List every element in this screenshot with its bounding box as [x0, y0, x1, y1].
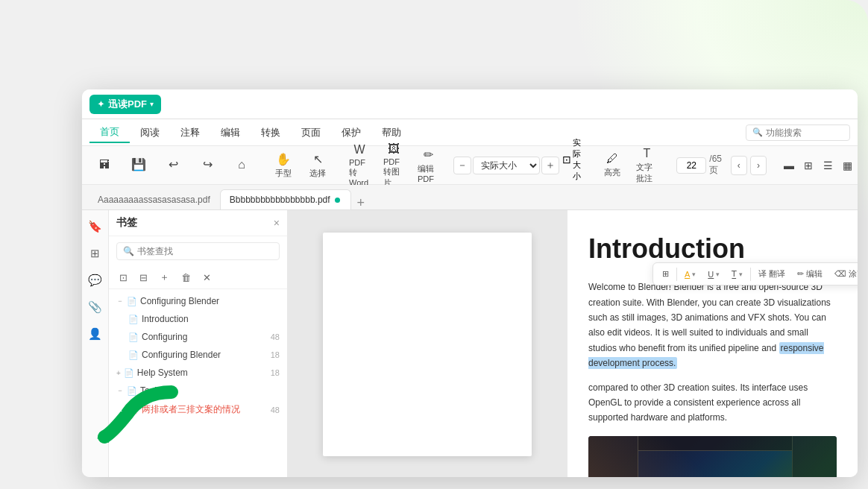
bookmark-close-btn[interactable]: × — [274, 217, 280, 229]
app-logo[interactable]: ✦ 迅读PDF ▾ — [89, 95, 161, 114]
ft-strikethrough-btn[interactable]: U ▾ — [703, 268, 724, 281]
text-note-icon: T — [643, 147, 650, 160]
ft-translate-btn[interactable]: 译 翻译 — [754, 266, 790, 282]
bm-icon-tooltips: 📄 — [127, 386, 137, 396]
tab-2[interactable]: Bbbbbbbbbbbbbbbbb.pdf — [220, 189, 351, 209]
menu-item-convert[interactable]: 转换 — [251, 123, 291, 142]
menu-item-edit[interactable]: 编辑 — [210, 123, 251, 142]
bookmark-item-introduction[interactable]: 📄 Introduction — [109, 310, 287, 328]
bookmark-tool-collapse[interactable]: ⊟ — [136, 271, 151, 285]
menu-item-protect[interactable]: 保护 — [331, 123, 371, 142]
toolbar-btn-two-page[interactable]: ⊞ — [799, 157, 817, 174]
pdf-img-icon: 🖼 — [388, 142, 400, 156]
toolbar-btn-hand[interactable]: ✋ 手型 — [267, 149, 300, 182]
bm-label-help-system: Help System — [137, 367, 265, 378]
toolbar-btn-text-note[interactable]: T 文字批注 — [630, 144, 663, 187]
ft-erase-btn[interactable]: ⌫ 涂改液 — [830, 266, 858, 282]
bm-toggle-tooltips: － — [116, 385, 124, 396]
bm-label-configuring-blender: Configuring Blender — [140, 296, 280, 306]
ft-align-label: T̲ — [732, 269, 737, 279]
fit-size-label: 实际大小 — [573, 137, 585, 182]
floating-toolbar: ⊞ A ▾ U ▾ T̲ ▾ 译 翻译 ✏ 编辑 ⌫ 涂改液 — [652, 262, 858, 285]
two-page-icon: ⊞ — [804, 160, 813, 171]
ft-underline-arrow: ▾ — [692, 271, 696, 278]
toolbar-btn-pdf-word[interactable]: W PDF转Word — [343, 140, 376, 190]
toolbar-btn-edit-pdf[interactable]: ✏ 编辑PDF — [412, 145, 444, 186]
menu-item-read[interactable]: 阅读 — [130, 123, 170, 142]
sidebar-icon-person[interactable]: 👤 — [85, 324, 106, 344]
ft-divider-2 — [750, 268, 751, 281]
app-window: ✦ 迅读PDF ▾ 首页 阅读 注释 编辑 转换 页面 保护 帮助 🔍 🖬 💾 … — [82, 89, 858, 477]
bookmark-tool-delete[interactable]: 🗑 — [178, 271, 194, 285]
zoom-select[interactable]: 实际大小 适合页面 适合宽度 50% 75% 100% 150% 200% — [473, 157, 540, 174]
toolbar-btn-layout2[interactable]: ▦ — [838, 157, 856, 174]
sidebar-icon-bookmark[interactable]: 🔖 — [85, 216, 106, 237]
ft-erase-label: ⌫ 涂改液 — [834, 268, 858, 280]
bookmark-item-configuring-blender-sub[interactable]: 📄 Configuring Blender 18 — [109, 346, 287, 364]
bookmark-item-two-rows[interactable]: 🔖 两排或者三排文案的情况 48 — [109, 400, 287, 420]
bookmark-item-configuring-sub[interactable]: 📄 Configuring 48 — [109, 328, 287, 346]
hand-icon: ✋ — [276, 152, 291, 166]
blender-ui-panel-top — [638, 436, 792, 451]
toolbar-btn-undo[interactable]: ↩ — [157, 154, 189, 176]
redo-icon: ↪ — [203, 157, 213, 171]
ft-edit-btn[interactable]: ✏ 编辑 — [793, 266, 827, 282]
ft-edit-label: ✏ 编辑 — [797, 268, 823, 280]
menu-search-input[interactable] — [766, 127, 843, 138]
bookmark-item-tooltips[interactable]: － 📄 Tooltips — [109, 382, 287, 400]
zoom-in-btn[interactable]: ＋ — [541, 157, 559, 174]
home-icon: ⌂ — [238, 158, 245, 171]
tab-1[interactable]: Aaaaaaaaassasasasasa.pdf — [88, 189, 220, 209]
bookmark-item-help-system[interactable]: + 📄 Help System 18 — [109, 364, 287, 382]
tab-1-label: Aaaaaaaaassasasasasa.pdf — [98, 195, 210, 205]
zoom-controls: － 实际大小 适合页面 适合宽度 50% 75% 100% 150% 200% … — [453, 157, 559, 174]
menu-item-annotate[interactable]: 注释 — [170, 123, 210, 142]
page-current-input[interactable] — [676, 157, 706, 174]
zoom-out-btn[interactable]: － — [453, 157, 471, 174]
bm-page-help-system: 18 — [265, 368, 280, 377]
bm-icon-configuring-blender-sub: 📄 — [128, 350, 139, 360]
menu-item-page[interactable]: 页面 — [291, 123, 331, 142]
pdf-content-title: Introduction — [588, 233, 837, 265]
toolbar-btn-save2[interactable]: 💾 — [122, 154, 155, 176]
ft-translate-label: 译 翻译 — [758, 268, 785, 280]
toolbar-btn-scroll[interactable]: ☰ — [819, 157, 837, 174]
ft-underline-label: A — [685, 270, 690, 279]
toolbar-btn-redo[interactable]: ↪ — [191, 154, 224, 176]
toolbar-btn-select[interactable]: ↖ 选择 — [301, 149, 334, 182]
single-page-icon: ▬ — [784, 160, 794, 171]
bookmark-tool-expand[interactable]: ⊡ — [116, 271, 130, 285]
scroll-icon: ☰ — [823, 160, 833, 171]
menu-search-icon: 🔍 — [752, 127, 763, 137]
page-next-btn[interactable]: › — [750, 156, 767, 175]
bookmark-item-configuring-blender[interactable]: － 📄 Configuring Blender — [109, 292, 287, 310]
sidebar-icon-attach[interactable]: 📎 — [85, 297, 106, 318]
comment-sidebar-icon: 💬 — [88, 274, 102, 287]
bm-icon-configuring: 📄 — [127, 297, 137, 306]
bm-label-introduction: Introduction — [142, 314, 280, 324]
ft-align-btn[interactable]: T̲ ▾ — [727, 267, 747, 281]
toolbar-btn-home[interactable]: ⌂ — [225, 155, 258, 176]
pdf-content-panel: Introduction Welcome to Blender! Blender… — [567, 210, 858, 477]
toolbar-btn-save1[interactable]: 🖬 — [88, 155, 121, 176]
toolbar-btn-single-page[interactable]: ▬ — [780, 157, 798, 174]
bookmark-tool-close[interactable]: ✕ — [200, 271, 214, 285]
ft-underline-btn[interactable]: A ▾ — [680, 268, 700, 281]
page-prev-btn[interactable]: ‹ — [731, 156, 747, 175]
ft-format-btn[interactable]: ⊞ — [658, 267, 673, 281]
menu-item-home[interactable]: 首页 — [89, 122, 130, 143]
save-icon: 💾 — [131, 157, 146, 171]
toolbar-btn-pdf-img[interactable]: 🖼 PDF转图片 — [377, 139, 410, 192]
toolbar-pdf-word-label: PDF转Word — [349, 158, 370, 187]
toolbar-hand-label: 手型 — [275, 168, 292, 179]
bookmark-tool-add[interactable]: ＋ — [157, 269, 172, 285]
bm-page-configuring-blender-sub: 18 — [265, 350, 280, 359]
sidebar-icon-grid[interactable]: ⊞ — [85, 243, 106, 264]
toolbar-btn-highlight[interactable]: 🖊 高亮 — [596, 149, 629, 181]
blender-screenshot — [588, 436, 837, 477]
highlight-icon: 🖊 — [606, 152, 618, 165]
bookmark-search-input[interactable] — [137, 246, 273, 256]
tab-add-btn[interactable]: + — [354, 196, 368, 209]
ft-divider-1 — [676, 268, 677, 281]
sidebar-icon-comment[interactable]: 💬 — [85, 270, 106, 291]
